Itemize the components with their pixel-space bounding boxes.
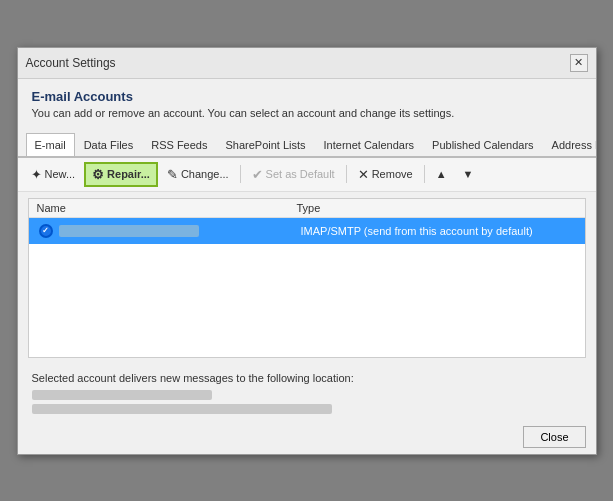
accounts-table: Name Type IMAP/SMTP (send from this acco… bbox=[28, 198, 586, 358]
footer-section: Selected account delivers new messages t… bbox=[18, 364, 596, 422]
set-default-button[interactable]: ✔ Set as Default bbox=[245, 163, 342, 186]
tab-internet-calendars[interactable]: Internet Calendars bbox=[315, 133, 424, 158]
account-check-icon bbox=[37, 222, 55, 240]
type-column-header: Type bbox=[297, 202, 577, 214]
repair-icon: ⚙ bbox=[92, 167, 104, 182]
toolbar-separator-1 bbox=[240, 165, 241, 183]
remove-label: Remove bbox=[372, 168, 413, 180]
tab-sharepoint-lists[interactable]: SharePoint Lists bbox=[216, 133, 314, 158]
account-name-blurred bbox=[59, 225, 199, 237]
change-icon: ✎ bbox=[167, 167, 178, 182]
default-account-indicator bbox=[39, 224, 53, 238]
set-default-label: Set as Default bbox=[266, 168, 335, 180]
repair-label: Repair... bbox=[107, 168, 150, 180]
remove-icon: ✕ bbox=[358, 167, 369, 182]
move-down-button[interactable]: ▼ bbox=[456, 164, 481, 184]
account-settings-window: Account Settings ✕ E-mail Accounts You c… bbox=[17, 47, 597, 455]
tab-published-calendars[interactable]: Published Calendars bbox=[423, 133, 543, 158]
change-button[interactable]: ✎ Change... bbox=[160, 163, 236, 186]
title-bar: Account Settings ✕ bbox=[18, 48, 596, 79]
table-header: Name Type bbox=[29, 199, 585, 218]
account-name bbox=[59, 225, 301, 237]
window-title: Account Settings bbox=[26, 56, 116, 70]
close-button[interactable]: Close bbox=[523, 426, 585, 448]
repair-button[interactable]: ⚙ Repair... bbox=[84, 162, 158, 187]
new-button[interactable]: ✦ New... bbox=[24, 163, 83, 186]
set-default-icon: ✔ bbox=[252, 167, 263, 182]
tab-address-books[interactable]: Address Books bbox=[543, 133, 596, 158]
toolbar-separator-2 bbox=[346, 165, 347, 183]
remove-button[interactable]: ✕ Remove bbox=[351, 163, 420, 186]
toolbar-separator-3 bbox=[424, 165, 425, 183]
toolbar: ✦ New... ⚙ Repair... ✎ Change... ✔ Set a… bbox=[18, 158, 596, 192]
header-title: E-mail Accounts bbox=[32, 89, 582, 104]
window-close-button[interactable]: ✕ bbox=[570, 54, 588, 72]
tabs-container: E-mail Data Files RSS Feeds SharePoint L… bbox=[18, 131, 596, 158]
tab-email[interactable]: E-mail bbox=[26, 133, 75, 158]
blurred-line-2 bbox=[32, 404, 332, 414]
bottom-button-area: Close bbox=[18, 422, 596, 454]
tab-rss-feeds[interactable]: RSS Feeds bbox=[142, 133, 216, 158]
blurred-line-1 bbox=[32, 390, 212, 400]
new-label: New... bbox=[45, 168, 76, 180]
change-label: Change... bbox=[181, 168, 229, 180]
account-type: IMAP/SMTP (send from this account by def… bbox=[301, 225, 577, 237]
move-up-button[interactable]: ▲ bbox=[429, 164, 454, 184]
header-description: You can add or remove an account. You ca… bbox=[32, 107, 582, 119]
header-section: E-mail Accounts You can add or remove an… bbox=[18, 79, 596, 127]
name-column-header: Name bbox=[37, 202, 297, 214]
new-icon: ✦ bbox=[31, 167, 42, 182]
footer-description: Selected account delivers new messages t… bbox=[32, 372, 582, 384]
footer-blurred-info bbox=[32, 390, 582, 414]
down-icon: ▼ bbox=[463, 168, 474, 180]
up-icon: ▲ bbox=[436, 168, 447, 180]
table-row[interactable]: IMAP/SMTP (send from this account by def… bbox=[29, 218, 585, 244]
tab-data-files[interactable]: Data Files bbox=[75, 133, 143, 158]
